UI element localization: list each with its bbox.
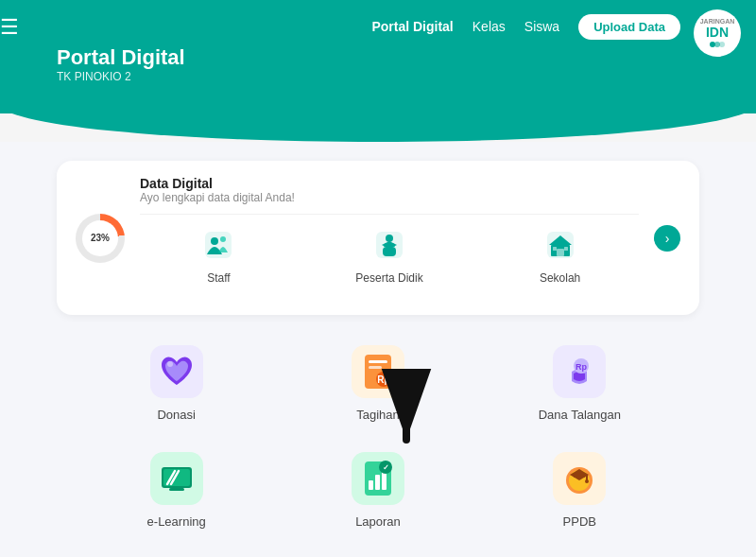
menu-donasi[interactable]: Donasi [76,334,277,431]
dana-icon: Rp [551,343,608,400]
svg-point-5 [220,236,226,242]
staff-label: Staff [207,271,230,285]
elearning-icon [148,450,205,507]
logo: JARINGAN IDN [694,9,741,57]
svg-rect-21 [369,360,387,363]
svg-point-4 [211,237,218,245]
data-digital-info: Data Digital Ayo lengkapi data digital A… [140,176,639,300]
nav-kelas[interactable]: Kelas [472,19,506,34]
svg-rect-45 [574,475,585,478]
main-content: 23% Data Digital Ayo lengkapi data digit… [0,142,756,557]
menu-ppdb[interactable]: PPDB [479,441,680,538]
svg-rect-16 [564,247,568,251]
svg-point-18 [167,361,173,367]
school-name: TK PINOKIO 2 [57,70,185,83]
staff-icon [198,224,239,266]
dana-label: Dana Talangan [539,408,621,422]
hamburger-icon[interactable]: ☰ [0,15,19,40]
data-digital-title: Data Digital [140,176,639,191]
svg-rect-33 [169,488,184,491]
peserta-label: Peserta Didik [355,271,422,285]
nav-siswa[interactable]: Siswa [524,19,559,34]
quick-link-staff[interactable]: Staff [198,224,239,285]
data-digital-subtitle: Ayo lengkapi data digital Anda! [140,191,639,204]
sekolah-icon [540,224,581,266]
donasi-icon [148,343,205,400]
svg-point-7 [386,235,393,242]
menu-elearning[interactable]: e-Learning [76,441,277,538]
menu-dana[interactable]: Rp Dana Talangan [479,334,680,431]
ppdb-icon [551,450,608,507]
header: ☰ Portal Digital Kelas Siswa Upload Data… [0,0,756,113]
quick-link-peserta[interactable]: Peserta Didik [355,224,422,285]
quick-links: Staff Peserta Didik [140,214,639,300]
svg-rect-14 [557,249,564,256]
logo-line2: IDN [700,25,735,40]
svg-rect-36 [369,480,373,490]
peserta-icon [369,224,410,266]
sekolah-label: Sekolah [540,271,580,285]
svg-rect-38 [382,471,387,490]
svg-rect-37 [375,475,380,490]
progress-circle: 23% [76,214,125,263]
ppdb-label: PPDB [563,514,596,529]
arrow-overlay [369,369,444,473]
upload-data-button[interactable]: Upload Data [578,14,680,40]
svg-text:Rp: Rp [576,362,587,372]
data-digital-arrow[interactable]: › [654,225,680,252]
svg-point-2 [719,42,725,47]
top-nav: ☰ Portal Digital Kelas Siswa Upload Data [0,13,756,40]
quick-link-sekolah[interactable]: Sekolah [540,224,581,285]
svg-point-47 [585,479,589,483]
laporan-label: Laporan [355,514,401,529]
nav-portal[interactable]: Portal Digital [371,19,453,34]
page-title: Portal Digital [57,45,185,70]
data-digital-card[interactable]: 23% Data Digital Ayo lengkapi data digit… [57,161,699,315]
logo-line1: JARINGAN [700,18,735,25]
elearning-label: e-Learning [147,514,206,529]
svg-rect-15 [553,247,557,251]
progress-percent: 23% [82,220,118,256]
header-curve [0,85,756,142]
donasi-label: Donasi [157,408,195,422]
